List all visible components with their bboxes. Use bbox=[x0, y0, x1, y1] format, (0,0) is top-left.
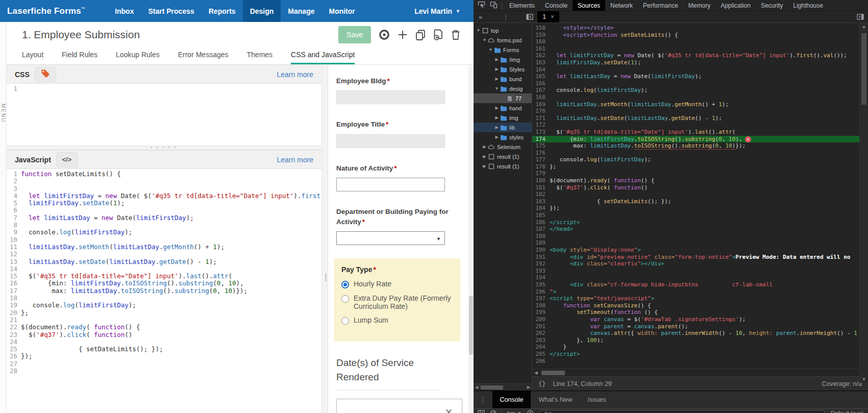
tree-item-img[interactable]: ▶img bbox=[474, 113, 532, 123]
horizontal-splitter[interactable]: • • • • • bbox=[7, 145, 321, 150]
disclosure-open-icon[interactable]: ▼ bbox=[482, 38, 487, 42]
code-line-1[interactable]: 1function setDateLimits() { bbox=[7, 171, 321, 178]
tab-layout[interactable]: Layout bbox=[22, 47, 43, 64]
code-line-161[interactable]: 161 bbox=[532, 45, 868, 53]
disclosure-closed-icon[interactable]: ▶ bbox=[482, 164, 487, 168]
code-line-158[interactable]: 158 <style></style> bbox=[532, 25, 868, 32]
code-line-3[interactable]: 3 bbox=[7, 185, 321, 192]
code-line-21[interactable]: 21 bbox=[7, 317, 321, 324]
code-line-184[interactable]: 184}); bbox=[532, 205, 868, 212]
code-line-28[interactable]: 28 bbox=[7, 368, 321, 375]
code-line-8[interactable]: 8 bbox=[7, 222, 321, 229]
file-tab-1[interactable]: 1 × bbox=[537, 11, 559, 22]
navigator-toggle-icon[interactable] bbox=[522, 11, 537, 22]
close-icon[interactable]: × bbox=[445, 405, 453, 413]
code-line-20[interactable]: 20}; bbox=[7, 309, 321, 317]
employee-title-field[interactable] bbox=[336, 134, 445, 148]
devtools-tab-application[interactable]: Application bbox=[715, 0, 756, 11]
drawer-overflow-icon[interactable]: ⋮ bbox=[474, 391, 492, 408]
code-line-11[interactable]: 11 limitLastDay.setMonth(limitLastDay.ge… bbox=[7, 244, 321, 251]
code-line-206[interactable]: 206 bbox=[532, 358, 868, 365]
employee-bldg-field[interactable] bbox=[336, 90, 445, 104]
code-line-196[interactable]: 196"> bbox=[532, 288, 868, 296]
navigator-h-scrollbar[interactable]: ◀▶ bbox=[474, 383, 532, 391]
radio-icon[interactable] bbox=[341, 317, 349, 325]
tree-item-lib[interactable]: ▶lib bbox=[474, 123, 532, 132]
tree-item-result-1[interactable]: ▶result (1) bbox=[474, 152, 532, 161]
code-line-7[interactable]: 7 let limitLastDay = new Date(limitFirst… bbox=[7, 214, 321, 222]
tab-error-messages[interactable]: Error Messages bbox=[178, 47, 229, 64]
code-line-23[interactable]: 23 $('#q37').click( function() bbox=[7, 331, 321, 338]
console-filter-input[interactable]: Filter bbox=[539, 410, 826, 413]
nav-item-monitor[interactable]: Monitor bbox=[321, 0, 362, 22]
inspect-cursor-icon[interactable] bbox=[478, 1, 485, 10]
copy-button[interactable] bbox=[415, 30, 426, 40]
code-line-190[interactable]: 190<body style="display:none"> bbox=[532, 247, 868, 254]
code-line-180[interactable]: 180$(document).ready( function() { bbox=[532, 177, 868, 184]
code-line-25[interactable]: 25 { setDateLimits(); }); bbox=[7, 346, 321, 353]
code-line-170[interactable]: 170 bbox=[532, 108, 868, 115]
code-line-162[interactable]: 162 let limitFirstDay = new Date( $('#q3… bbox=[532, 52, 868, 59]
code-line-192[interactable]: 192 <div class="clearfix"></div> bbox=[532, 260, 868, 268]
devtools-tab-console[interactable]: Console bbox=[540, 0, 573, 11]
source-code-view[interactable]: 158 <style></style>159 <script>function … bbox=[532, 23, 868, 369]
panel-toggle-icon[interactable] bbox=[853, 11, 868, 22]
code-line-205[interactable]: 205</script> bbox=[532, 351, 868, 358]
code-line-5[interactable]: 5 limitFirstDay.setDate(1); bbox=[7, 200, 321, 207]
code-line-164[interactable]: 164 bbox=[532, 66, 868, 74]
nav-item-reports[interactable]: Reports bbox=[202, 0, 243, 22]
tree-item-77[interactable]: 77 bbox=[474, 93, 532, 103]
js-code-editor[interactable]: 1function setDateLimits() {234 let limit… bbox=[7, 169, 321, 413]
code-line-197[interactable]: 197<script type="text/javascript"> bbox=[532, 295, 868, 302]
code-line-191[interactable]: 191 <div id="preview-notice" class="form… bbox=[532, 254, 868, 261]
tree-item-styles[interactable]: ▶Styles bbox=[474, 64, 532, 74]
code-line-6[interactable]: 6 bbox=[7, 207, 321, 214]
code-line-18[interactable]: 18 bbox=[7, 295, 321, 302]
nav-item-inbox[interactable]: Inbox bbox=[108, 0, 141, 22]
scrollbar-thumb[interactable] bbox=[861, 33, 866, 105]
user-menu[interactable]: Levi Martin ▼ bbox=[414, 0, 474, 22]
tree-item-hand[interactable]: ▶hand bbox=[474, 103, 532, 113]
disclosure-open-icon[interactable]: ▼ bbox=[476, 28, 481, 33]
nature-of-activity-field[interactable] bbox=[336, 178, 445, 191]
code-line-178[interactable]: 178}; bbox=[532, 163, 868, 171]
code-line-188[interactable]: 188 bbox=[532, 233, 868, 240]
code-line-182[interactable]: 182 bbox=[532, 191, 868, 198]
code-line-201[interactable]: 201 var parent = canvas.parent(); bbox=[532, 323, 868, 330]
code-line-194[interactable]: 194 bbox=[532, 274, 868, 281]
code-line-173[interactable]: 173 $('#q35 tr td[data-title="Date"] inp… bbox=[532, 129, 868, 136]
code-line-175[interactable]: 175 max: limitLastDay.toISOString().subs… bbox=[532, 142, 868, 150]
code-line-14[interactable]: 14 bbox=[7, 265, 321, 273]
devtools-tab-elements[interactable]: Elements bbox=[504, 0, 540, 11]
code-line-202[interactable]: 202 canvas.attr({ width: parent.innerWid… bbox=[532, 330, 868, 337]
drawer-tab-what-s-new[interactable]: What's New bbox=[531, 391, 580, 408]
editor-h-scrollbar[interactable]: ◀▶ bbox=[532, 369, 868, 376]
devtools-tab-lighthouse[interactable]: Lighthouse bbox=[788, 0, 828, 11]
tree-item-forms-psd[interactable]: ▼forms.psd bbox=[474, 35, 532, 45]
tree-item-forms[interactable]: ▼Forms bbox=[474, 45, 532, 55]
code-line-17[interactable]: 17 max: limitLastDay.toISOString().subst… bbox=[7, 287, 321, 295]
code-line-171[interactable]: 171 limitLastDay.setDate(limitLastDay.ge… bbox=[532, 115, 868, 122]
code-line-198[interactable]: 198 function setCanvasSize() { bbox=[532, 302, 868, 309]
disclosure-closed-icon[interactable]: ▶ bbox=[494, 115, 500, 120]
code-line-199[interactable]: 199 setTimeout(function () { bbox=[532, 309, 868, 316]
code-line-27[interactable]: 27 bbox=[7, 360, 321, 368]
pretty-print-icon[interactable]: {} bbox=[538, 380, 545, 387]
code-line-176[interactable]: 176 bbox=[532, 150, 868, 157]
delete-button[interactable] bbox=[451, 30, 460, 40]
tree-item-selenium[interactable]: ▶Selenium bbox=[474, 142, 532, 152]
code-line-10[interactable]: 10 bbox=[7, 236, 321, 244]
code-line-195[interactable]: 195 <div class="cf-formwrap hide-inputbt… bbox=[532, 281, 868, 288]
code-line-179[interactable]: 179 bbox=[532, 170, 868, 177]
code-line-186[interactable]: 186</script> bbox=[532, 219, 868, 226]
pay-type-option-hourly-rate[interactable]: Hourly Rate bbox=[341, 280, 454, 288]
scroll-right-icon[interactable]: ▶ bbox=[526, 385, 532, 390]
pay-type-option-lump-sum[interactable]: Lump Sum bbox=[341, 316, 454, 325]
devtools-tab-sources[interactable]: Sources bbox=[573, 0, 605, 11]
disclosure-open-icon[interactable]: ▼ bbox=[488, 47, 493, 52]
disclosure-closed-icon[interactable]: ▶ bbox=[494, 106, 500, 110]
save-button[interactable]: Save bbox=[338, 26, 371, 43]
code-line-2[interactable]: 2 bbox=[7, 178, 321, 185]
radio-icon[interactable] bbox=[341, 295, 349, 303]
radio-icon[interactable] bbox=[341, 281, 349, 288]
